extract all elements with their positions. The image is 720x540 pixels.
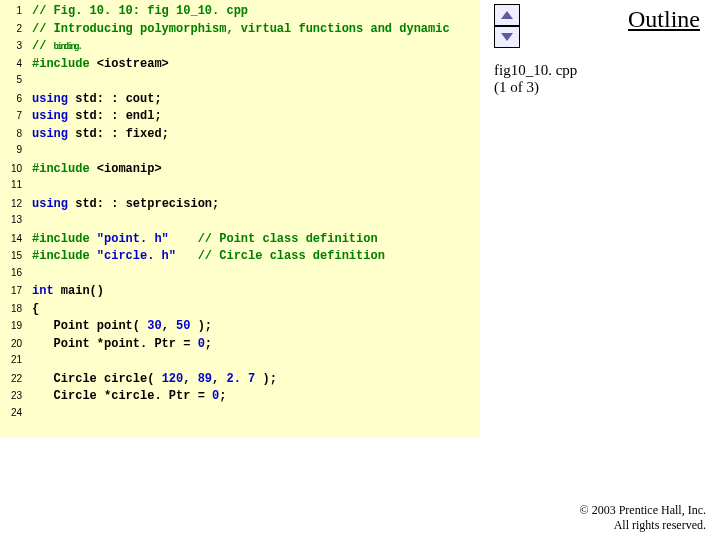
line-number: 23 bbox=[4, 390, 32, 401]
line-number: 13 bbox=[4, 214, 32, 225]
number: 30 bbox=[147, 319, 161, 333]
code-line: 15 #include "circle. h" // Circle class … bbox=[4, 249, 476, 267]
line-number: 4 bbox=[4, 58, 32, 69]
code-line: 22 Circle circle( 120, 89, 2. 7 ); bbox=[4, 372, 476, 390]
preproc: #include bbox=[32, 249, 97, 263]
keyword: using bbox=[32, 92, 75, 106]
code-ident: ; bbox=[205, 337, 212, 351]
comment: // Point class definition bbox=[198, 232, 378, 246]
code-text: // binding. bbox=[32, 39, 81, 53]
preproc: #include bbox=[32, 57, 97, 71]
code-line: 6 using std: : cout; bbox=[4, 92, 476, 110]
keyword: using bbox=[32, 109, 75, 123]
code-line: 8 using std: : fixed; bbox=[4, 127, 476, 145]
code-line: 2 // Introducing polymorphism, virtual f… bbox=[4, 22, 476, 40]
line-number: 18 bbox=[4, 303, 32, 314]
string: "point. h" bbox=[97, 232, 169, 246]
code-line: 10 #include <iomanip> bbox=[4, 162, 476, 180]
code-ident: Point point( bbox=[32, 319, 147, 333]
number: 89 bbox=[198, 372, 212, 386]
line-number: 5 bbox=[4, 74, 32, 85]
code-line: 11 bbox=[4, 179, 476, 197]
code-block: 1 // Fig. 10. 10: fig 10_10. cpp 2 // In… bbox=[0, 0, 480, 438]
code-ident: ); bbox=[255, 372, 277, 386]
code-ident: std: : fixed; bbox=[75, 127, 169, 141]
code-ident: , bbox=[212, 372, 226, 386]
code-line: 19 Point point( 30, 50 ); bbox=[4, 319, 476, 337]
code-line: 4 #include <iostream> bbox=[4, 57, 476, 75]
line-number: 12 bbox=[4, 198, 32, 209]
line-number: 19 bbox=[4, 320, 32, 331]
code-line: 23 Circle *circle. Ptr = 0; bbox=[4, 389, 476, 407]
code-line: 1 // Fig. 10. 10: fig 10_10. cpp bbox=[4, 4, 476, 22]
right-panel: Outline fig10_10. cpp (1 of 3) © 2003 Pr… bbox=[480, 0, 720, 540]
line-number: 3 bbox=[4, 40, 32, 51]
string: "circle. h" bbox=[97, 249, 176, 263]
line-number: 17 bbox=[4, 285, 32, 296]
slide: 1 // Fig. 10. 10: fig 10_10. cpp 2 // In… bbox=[0, 0, 720, 540]
code-text: #include <iomanip> bbox=[32, 162, 162, 176]
prev-button[interactable] bbox=[494, 4, 520, 26]
chevron-down-icon bbox=[500, 28, 514, 46]
code-text: int main() bbox=[32, 284, 104, 298]
keyword: using bbox=[32, 197, 75, 211]
pad bbox=[169, 232, 198, 246]
code-ident: std: : cout; bbox=[75, 92, 161, 106]
svg-marker-0 bbox=[501, 11, 513, 19]
page-indicator: (1 of 3) bbox=[494, 79, 539, 95]
keyword: using bbox=[32, 127, 75, 141]
number: 0 bbox=[198, 337, 205, 351]
line-number: 10 bbox=[4, 163, 32, 174]
file-label: fig10_10. cpp (1 of 3) bbox=[494, 62, 577, 96]
code-line: 13 bbox=[4, 214, 476, 232]
comment: // bbox=[32, 39, 54, 53]
code-text: Point point( 30, 50 ); bbox=[32, 319, 212, 333]
code-ident: main() bbox=[61, 284, 104, 298]
code-line: 12 using std: : setprecision; bbox=[4, 197, 476, 215]
line-number: 14 bbox=[4, 233, 32, 244]
code-line: 18 { bbox=[4, 302, 476, 320]
code-text: using std: : cout; bbox=[32, 92, 162, 106]
line-number: 21 bbox=[4, 354, 32, 365]
file-name: fig10_10. cpp bbox=[494, 62, 577, 78]
code-text: using std: : fixed; bbox=[32, 127, 169, 141]
line-number: 9 bbox=[4, 144, 32, 155]
include-target: <iostream> bbox=[97, 57, 169, 71]
number: 50 bbox=[176, 319, 190, 333]
next-button[interactable] bbox=[494, 26, 520, 48]
code-ident: ); bbox=[190, 319, 212, 333]
code-text: Circle circle( 120, 89, 2. 7 ); bbox=[32, 372, 277, 386]
line-number: 24 bbox=[4, 407, 32, 418]
code-line: 21 bbox=[4, 354, 476, 372]
line-number: 11 bbox=[4, 179, 32, 190]
comment: // Fig. 10. 10: fig 10_10. cpp bbox=[32, 4, 248, 18]
preproc: #include bbox=[32, 232, 97, 246]
copyright-line1: © 2003 Prentice Hall, Inc. bbox=[580, 503, 706, 517]
code-line: 24 bbox=[4, 407, 476, 425]
code-line: 16 bbox=[4, 267, 476, 285]
comment-overstrike: binding. bbox=[54, 42, 81, 52]
keyword: int bbox=[32, 284, 61, 298]
code-ident: std: : endl; bbox=[75, 109, 161, 123]
copyright-line2: All rights reserved. bbox=[580, 518, 706, 532]
line-number: 7 bbox=[4, 110, 32, 121]
code-text: using std: : endl; bbox=[32, 109, 162, 123]
code-line: 3 // binding. bbox=[4, 39, 476, 57]
line-number: 8 bbox=[4, 128, 32, 139]
code-ident: Point *point. Ptr = bbox=[32, 337, 198, 351]
line-number: 15 bbox=[4, 250, 32, 261]
code-ident: Circle circle( bbox=[32, 372, 162, 386]
line-number: 22 bbox=[4, 373, 32, 384]
code-ident: std: : setprecision; bbox=[75, 197, 219, 211]
comment: // Circle class definition bbox=[198, 249, 385, 263]
code-ident: , bbox=[162, 319, 176, 333]
line-number: 16 bbox=[4, 267, 32, 278]
line-number: 2 bbox=[4, 23, 32, 34]
chevron-up-icon bbox=[500, 6, 514, 24]
pad bbox=[176, 249, 198, 263]
code-text: #include "point. h" // Point class defin… bbox=[32, 232, 378, 246]
code-text: Circle *circle. Ptr = 0; bbox=[32, 389, 226, 403]
brace: { bbox=[32, 302, 39, 316]
code-line: 17 int main() bbox=[4, 284, 476, 302]
code-text: #include <iostream> bbox=[32, 57, 169, 71]
